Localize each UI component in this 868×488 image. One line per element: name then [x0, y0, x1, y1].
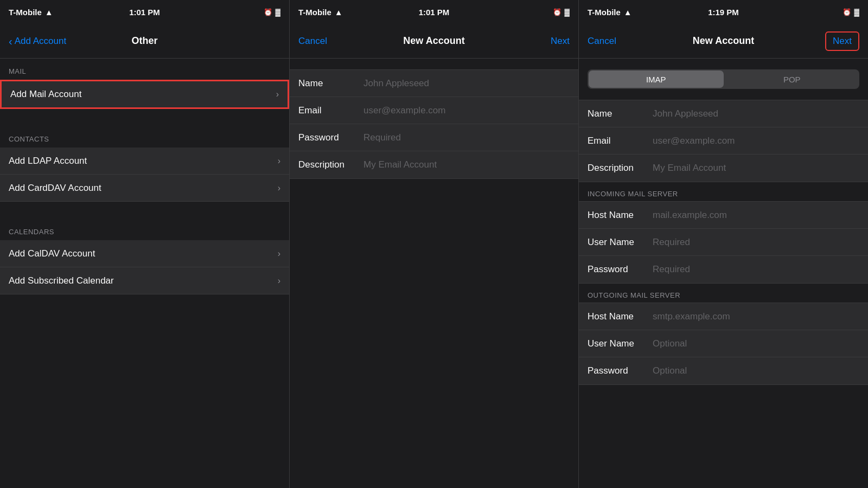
imap-description-row[interactable]: Description My Email Account — [579, 155, 868, 182]
outgoing-password-label: Password — [588, 365, 653, 376]
gap-contacts — [0, 109, 289, 126]
add-caldav-account-item[interactable]: Add CalDAV Account › — [0, 240, 289, 267]
cancel-button-2[interactable]: Cancel — [298, 36, 327, 47]
status-bar-2: T-Mobile ▲ 1:01 PM ⏰ ▓ — [290, 0, 578, 24]
incoming-hostname-label: Host Name — [588, 210, 653, 221]
incoming-password-row[interactable]: Password Required — [579, 256, 868, 283]
outgoing-server-header: OUTGOING MAIL SERVER — [579, 284, 868, 303]
panel3-spacer2 — [579, 95, 868, 100]
outgoing-server-fields: Host Name smtp.example.com User Name Opt… — [579, 303, 868, 385]
email-label: Email — [298, 105, 363, 116]
outgoing-username-row[interactable]: User Name Optional — [579, 330, 868, 357]
wifi-icon-1: ▲ — [45, 8, 53, 17]
outgoing-password-row[interactable]: Password Optional — [579, 357, 868, 384]
mail-chevron-icon: › — [276, 89, 279, 99]
pop-segment-button[interactable]: POP — [725, 69, 860, 89]
time-1: 1:01 PM — [129, 8, 160, 17]
incoming-username-input[interactable]: Required — [653, 237, 859, 248]
add-ldap-label: Add LDAP Account — [9, 156, 87, 166]
battery-icon-3: ▓ — [854, 8, 859, 16]
outgoing-password-input[interactable]: Optional — [653, 365, 859, 376]
status-left-2: T-Mobile ▲ — [298, 8, 343, 17]
password-input[interactable]: Required — [363, 132, 570, 143]
name-field-row[interactable]: Name John Appleseed — [290, 70, 578, 97]
wifi-icon-3: ▲ — [624, 8, 632, 17]
imap-name-label: Name — [588, 108, 653, 119]
panel2-top-spacer — [290, 59, 578, 69]
panel3-content: IMAP POP Name John Appleseed Email user@… — [579, 59, 868, 488]
panel-2-new-account: T-Mobile ▲ 1:01 PM ⏰ ▓ Cancel New Accoun… — [289, 0, 578, 488]
wifi-icon-2: ▲ — [335, 8, 343, 17]
next-button-2[interactable]: Next — [551, 36, 570, 47]
name-label: Name — [298, 78, 363, 89]
add-carddav-label: Add CardDAV Account — [9, 183, 101, 194]
description-input[interactable]: My Email Account — [363, 159, 570, 170]
caldav-chevron-icon: › — [278, 249, 280, 259]
status-left-1: T-Mobile ▲ — [9, 8, 53, 17]
add-ldap-account-item[interactable]: Add LDAP Account › — [0, 147, 289, 175]
panel2-content: Name John Appleseed Email user@example.c… — [290, 59, 578, 488]
back-button-1[interactable]: ‹ Add Account — [9, 36, 66, 47]
time-2: 1:01 PM — [419, 8, 450, 17]
panel1-content: MAIL Add Mail Account › CONTACTS Add LDA… — [0, 59, 289, 488]
back-label-1: Add Account — [15, 36, 66, 47]
nav-title-3: New Account — [693, 35, 754, 47]
description-field-row[interactable]: Description My Email Account — [290, 151, 578, 178]
carddav-chevron-icon: › — [278, 183, 280, 193]
status-left-3: T-Mobile ▲ — [588, 8, 632, 17]
nav-bar-1: ‹ Add Account Other — [0, 24, 289, 59]
alarm-icon-2: ⏰ — [553, 8, 561, 16]
cancel-button-3[interactable]: Cancel — [588, 36, 616, 47]
carrier-3: T-Mobile — [588, 8, 621, 17]
status-bar-1: T-Mobile ▲ 1:01 PM ⏰ ▓ — [0, 0, 289, 24]
status-bar-3: T-Mobile ▲ 1:19 PM ⏰ ▓ — [579, 0, 868, 24]
nav-title-1: Other — [131, 35, 157, 47]
next-button-3[interactable]: Next — [825, 31, 859, 51]
imap-description-input[interactable]: My Email Account — [653, 163, 859, 174]
outgoing-hostname-input[interactable]: smtp.example.com — [653, 311, 859, 322]
nav-bar-3: Cancel New Account Next — [579, 24, 868, 59]
add-carddav-account-item[interactable]: Add CardDAV Account › — [0, 175, 289, 202]
imap-email-row[interactable]: Email user@example.com — [579, 127, 868, 155]
imap-email-input[interactable]: user@example.com — [653, 136, 859, 146]
incoming-password-input[interactable]: Required — [653, 264, 859, 275]
status-right-2: ⏰ ▓ — [553, 8, 570, 16]
status-right-3: ⏰ ▓ — [843, 8, 859, 16]
description-label: Description — [298, 159, 363, 170]
add-caldav-label: Add CalDAV Account — [9, 248, 95, 259]
imap-name-row[interactable]: Name John Appleseed — [579, 100, 868, 127]
calendars-section-header: CALENDARS — [0, 219, 289, 240]
imap-top-fields: Name John Appleseed Email user@example.c… — [579, 100, 868, 182]
mail-section-header: MAIL — [0, 59, 289, 80]
gap-calendars — [0, 202, 289, 219]
incoming-server-header: INCOMING MAIL SERVER — [579, 182, 868, 201]
password-field-row[interactable]: Password Required — [290, 124, 578, 151]
nav-bar-2: Cancel New Account Next — [290, 24, 578, 59]
panel-1-other: T-Mobile ▲ 1:01 PM ⏰ ▓ ‹ Add Account Oth… — [0, 0, 289, 488]
back-chevron-icon-1: ‹ — [9, 36, 12, 47]
battery-icon-2: ▓ — [565, 8, 570, 16]
name-input[interactable]: John Appleseed — [363, 78, 570, 89]
status-right-1: ⏰ ▓ — [264, 8, 280, 16]
imap-name-input[interactable]: John Appleseed — [653, 108, 859, 119]
add-mail-account-item[interactable]: Add Mail Account › — [0, 80, 289, 109]
battery-icon-1: ▓ — [276, 8, 280, 16]
incoming-hostname-input[interactable]: mail.example.com — [653, 210, 859, 221]
email-input[interactable]: user@example.com — [363, 105, 570, 116]
imap-email-label: Email — [588, 136, 653, 146]
carrier-2: T-Mobile — [298, 8, 331, 17]
imap-segment-button[interactable]: IMAP — [589, 70, 724, 88]
add-subscribed-calendar-item[interactable]: Add Subscribed Calendar › — [0, 267, 289, 294]
incoming-username-row[interactable]: User Name Required — [579, 229, 868, 256]
imap-description-label: Description — [588, 163, 653, 174]
email-field-row[interactable]: Email user@example.com — [290, 97, 578, 124]
outgoing-hostname-row[interactable]: Host Name smtp.example.com — [579, 303, 868, 330]
panel3-top-spacer — [579, 59, 868, 63]
incoming-hostname-row[interactable]: Host Name mail.example.com — [579, 202, 868, 229]
subscribed-chevron-icon: › — [278, 276, 280, 286]
incoming-username-label: User Name — [588, 237, 653, 248]
outgoing-hostname-label: Host Name — [588, 311, 653, 322]
new-account-form: Name John Appleseed Email user@example.c… — [290, 69, 578, 179]
outgoing-username-input[interactable]: Optional — [653, 338, 859, 349]
imap-pop-segment[interactable]: IMAP POP — [588, 69, 859, 89]
